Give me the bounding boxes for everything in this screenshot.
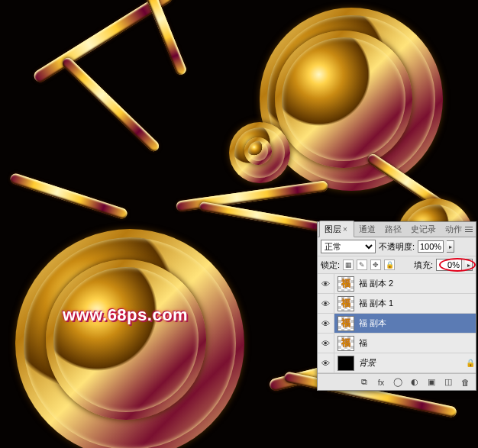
blend-opacity-row: 正常 不透明度: ▸: [318, 237, 476, 256]
layer-row[interactable]: 👁 背景 🔒: [318, 353, 476, 373]
layer-thumbnail[interactable]: [338, 356, 354, 371]
tab-actions[interactable]: 动作: [441, 221, 467, 237]
delete-layer-icon[interactable]: 🗑: [457, 376, 473, 388]
tab-history[interactable]: 史记录: [406, 221, 441, 237]
lock-badge-icon: 🔒: [465, 359, 476, 367]
lock-all-icon[interactable]: 🔒: [384, 259, 395, 270]
tab-layers-label: 图层: [325, 224, 341, 234]
tab-channels[interactable]: 通道: [354, 221, 380, 237]
opacity-input[interactable]: [418, 240, 444, 253]
layer-name[interactable]: 福 副本 2: [357, 278, 476, 289]
link-layers-icon[interactable]: ⧉: [357, 376, 372, 388]
layer-row[interactable]: 👁 福 福 副本 2: [318, 274, 476, 294]
close-icon[interactable]: ×: [341, 225, 349, 234]
opacity-chevron-icon[interactable]: ▸: [447, 240, 454, 253]
fill-chevron-icon[interactable]: ▸: [465, 259, 473, 271]
lock-pixels-icon[interactable]: ✎: [357, 259, 367, 270]
add-mask-icon[interactable]: ◯: [390, 376, 405, 388]
tab-layers[interactable]: 图层×: [319, 221, 354, 237]
panel-menu-icon[interactable]: [463, 224, 474, 234]
blend-mode-select[interactable]: 正常: [321, 240, 376, 253]
new-group-icon[interactable]: ▣: [424, 376, 439, 388]
layer-thumbnail[interactable]: 福: [338, 296, 354, 311]
adjustment-layer-icon[interactable]: ◐: [407, 376, 422, 388]
lock-fill-row: 锁定: ▦ ✎ ✥ 🔒 填充: ▸: [318, 256, 476, 274]
layer-name[interactable]: 背景: [357, 357, 465, 369]
visibility-toggle[interactable]: 👁: [318, 314, 334, 333]
fill-input[interactable]: [436, 259, 462, 271]
visibility-toggle[interactable]: 👁: [318, 353, 334, 372]
layer-thumbnail[interactable]: 福: [338, 316, 354, 331]
lock-position-icon[interactable]: ✥: [370, 259, 381, 270]
layers-panel: 图层× 通道 路径 史记录 动作 正常 不透明度: ▸ 锁定: ▦ ✎ ✥ 🔒 …: [317, 221, 476, 391]
panel-bottom-bar: ⧉ fx ◯ ◐ ▣ ◫ 🗑: [318, 373, 476, 390]
layer-row[interactable]: 👁 福 福 副本 1: [318, 294, 476, 314]
layer-row[interactable]: 👁 福 福: [318, 334, 476, 353]
layer-name[interactable]: 福 副本: [357, 317, 476, 329]
watermark-text: www.68ps.com: [63, 305, 188, 325]
fill-label: 填充:: [414, 259, 433, 271]
new-layer-icon[interactable]: ◫: [441, 376, 456, 388]
layers-list: 👁 福 福 副本 2 👁 福 福 副本 1 👁 福 福 副本 👁 福 福 👁 背…: [318, 274, 476, 373]
lock-label: 锁定:: [321, 259, 340, 271]
layer-fx-icon[interactable]: fx: [373, 376, 389, 388]
layer-name[interactable]: 福: [357, 337, 476, 349]
layer-thumbnail[interactable]: 福: [338, 276, 354, 292]
visibility-toggle[interactable]: 👁: [318, 294, 334, 313]
tab-paths[interactable]: 路径: [380, 221, 406, 237]
lock-transparency-icon[interactable]: ▦: [343, 259, 354, 270]
panel-tabbar: 图层× 通道 路径 史记录 动作: [318, 222, 476, 237]
opacity-label: 不透明度:: [379, 241, 415, 253]
visibility-toggle[interactable]: 👁: [318, 334, 334, 353]
layer-thumbnail[interactable]: 福: [338, 336, 354, 351]
visibility-toggle[interactable]: 👁: [318, 274, 334, 293]
layer-name[interactable]: 福 副本 1: [357, 298, 476, 309]
layer-row[interactable]: 👁 福 福 副本: [318, 314, 476, 334]
